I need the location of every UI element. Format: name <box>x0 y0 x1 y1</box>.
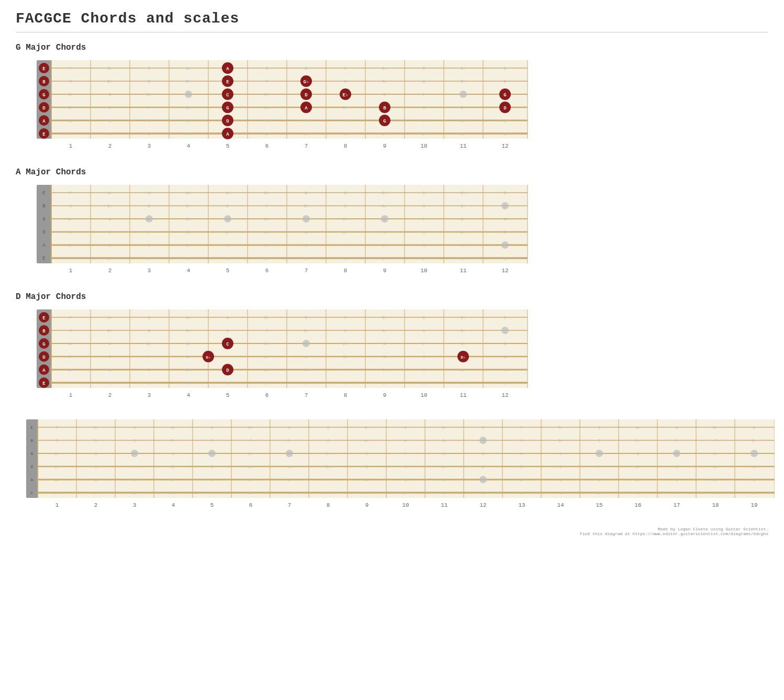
svg-text:E♭: E♭ <box>343 93 349 98</box>
svg-text:D: D <box>559 491 562 495</box>
svg-text:C: C <box>344 131 347 136</box>
svg-text:F: F <box>598 465 600 469</box>
svg-text:B♭: B♭ <box>326 465 330 469</box>
svg-text:B♭: B♭ <box>186 341 191 346</box>
svg-text:D: D <box>423 381 425 385</box>
svg-text:E♭: E♭ <box>597 491 601 495</box>
svg-text:A: A <box>423 204 425 208</box>
svg-rect-372 <box>26 419 38 498</box>
svg-text:B: B <box>753 426 755 430</box>
svg-text:D: D <box>405 426 407 430</box>
svg-text:2: 2 <box>108 268 112 274</box>
svg-point-501 <box>596 450 603 457</box>
svg-text:F: F <box>423 92 425 97</box>
svg-text:9: 9 <box>365 502 369 508</box>
svg-text:15: 15 <box>596 502 602 508</box>
svg-text:E: E <box>31 425 33 430</box>
svg-text:A♭: A♭ <box>461 118 466 123</box>
svg-text:E: E <box>42 191 45 196</box>
svg-text:G♭: G♭ <box>558 426 563 430</box>
svg-text:D♭: D♭ <box>107 79 113 84</box>
svg-text:D♭: D♭ <box>461 355 466 360</box>
svg-text:5: 5 <box>210 502 214 508</box>
svg-text:E♭: E♭ <box>186 328 191 333</box>
svg-text:C: C <box>148 243 151 248</box>
svg-text:A: A <box>305 106 308 111</box>
g-major-section: G Major Chords E B G D A E <box>16 43 768 152</box>
svg-text:D♭: D♭ <box>249 452 253 456</box>
svg-text:E: E <box>504 256 507 261</box>
g-major-svg: E B G D A E <box>37 58 529 149</box>
svg-text:10: 10 <box>420 143 427 149</box>
svg-text:G♭: G♭ <box>382 368 387 372</box>
svg-text:E: E <box>384 341 386 346</box>
svg-text:G♭: G♭ <box>304 204 309 208</box>
svg-text:4: 4 <box>187 268 191 274</box>
svg-text:D: D <box>305 93 308 98</box>
svg-text:E♭: E♭ <box>326 452 330 456</box>
svg-text:F: F <box>714 439 716 443</box>
svg-text:18: 18 <box>712 502 719 508</box>
svg-text:F: F <box>70 381 72 385</box>
svg-text:F: F <box>70 315 72 320</box>
svg-text:D♭: D♭ <box>636 478 640 482</box>
svg-text:E: E <box>227 328 229 333</box>
svg-text:A♭: A♭ <box>68 217 73 221</box>
svg-text:D: D <box>676 478 678 482</box>
svg-text:E: E <box>753 478 755 482</box>
svg-text:D: D <box>423 131 425 136</box>
svg-point-527 <box>751 450 758 457</box>
svg-text:E: E <box>504 381 507 385</box>
svg-text:6: 6 <box>265 268 269 274</box>
svg-text:B: B <box>109 118 111 123</box>
svg-text:E♭: E♭ <box>249 478 253 482</box>
svg-text:E♭: E♭ <box>171 439 175 443</box>
svg-text:2: 2 <box>94 502 98 508</box>
svg-text:D♭: D♭ <box>382 256 387 261</box>
svg-text:12: 12 <box>501 268 508 274</box>
svg-text:A: A <box>31 477 33 482</box>
svg-text:9: 9 <box>383 392 387 398</box>
svg-text:G: G <box>344 79 347 84</box>
svg-text:B: B <box>637 452 639 456</box>
svg-text:14: 14 <box>557 502 564 508</box>
svg-text:3: 3 <box>148 268 151 274</box>
svg-text:D♭: D♭ <box>382 66 387 71</box>
svg-rect-379 <box>38 419 775 498</box>
svg-text:E: E <box>504 118 507 123</box>
svg-text:D♭: D♭ <box>382 131 387 136</box>
svg-text:E: E <box>504 315 507 320</box>
svg-text:A♭: A♭ <box>68 92 73 97</box>
svg-text:G♭: G♭ <box>752 439 756 443</box>
wide-fretboard-svg: E B G D A C <box>26 417 775 508</box>
svg-text:E♭: E♭ <box>520 465 524 469</box>
svg-text:G: G <box>482 452 484 456</box>
svg-text:G: G <box>42 217 45 222</box>
svg-text:G: G <box>344 204 347 208</box>
svg-text:E♭: E♭ <box>442 426 446 430</box>
svg-text:A♭: A♭ <box>365 439 369 443</box>
footer-line2: Find this diagram at https://www.editor.… <box>16 531 768 536</box>
svg-point-235 <box>501 202 509 209</box>
svg-text:D: D <box>423 191 425 195</box>
svg-text:F: F <box>423 341 425 346</box>
svg-text:A♭: A♭ <box>520 452 524 456</box>
svg-text:A: A <box>227 256 229 261</box>
svg-text:B♭: B♭ <box>343 230 348 235</box>
svg-text:D: D <box>211 478 213 482</box>
page-title: FACGCE Chords and scales <box>16 10 768 27</box>
svg-text:E♭: E♭ <box>264 368 270 372</box>
svg-text:E♭: E♭ <box>343 217 348 221</box>
svg-text:12: 12 <box>501 392 508 398</box>
svg-point-424 <box>131 450 138 457</box>
svg-text:D♭: D♭ <box>382 381 387 385</box>
svg-text:12: 12 <box>501 143 508 149</box>
svg-text:E: E <box>42 256 45 261</box>
svg-text:11: 11 <box>460 268 467 274</box>
svg-text:G♭: G♭ <box>186 230 191 235</box>
svg-text:A♭: A♭ <box>264 230 270 235</box>
svg-point-482 <box>479 476 487 483</box>
wide-fretboard-section: E B G D A C <box>16 417 768 511</box>
svg-text:B: B <box>172 452 174 456</box>
svg-rect-132 <box>37 185 51 263</box>
